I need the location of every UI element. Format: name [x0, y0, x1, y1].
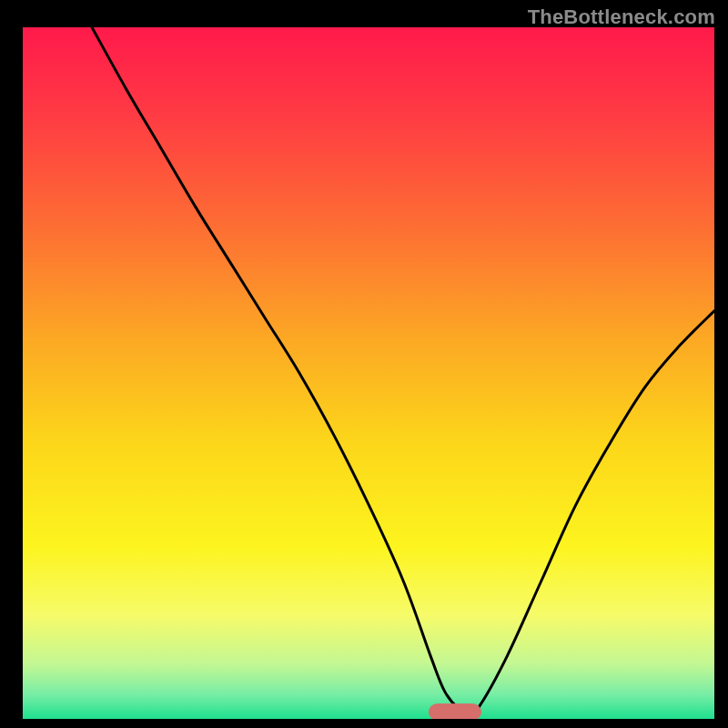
optimal-point-marker [430, 704, 481, 719]
bottleneck-chart [23, 27, 714, 719]
watermark-text: TheBottleneck.com [528, 5, 715, 29]
gradient-background [23, 27, 714, 719]
chart-frame: TheBottleneck.com [0, 0, 728, 728]
